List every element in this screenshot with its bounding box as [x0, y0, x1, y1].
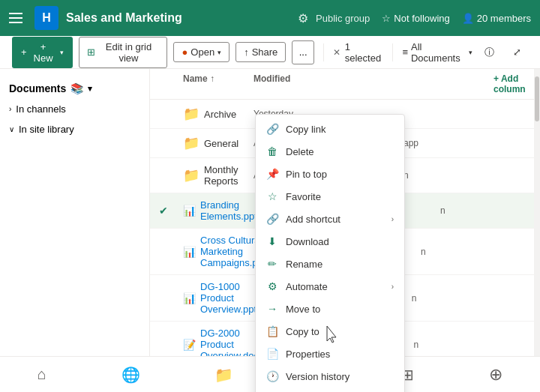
follow-label: Not following — [394, 13, 449, 24]
star-icon: ☆ — [382, 13, 391, 24]
menu-item-move-to[interactable]: → Move to — [256, 298, 404, 320]
pptx-icon: 📊 — [183, 292, 196, 304]
all-documents-dropdown[interactable]: ≡ All Documents ▾ — [402, 41, 472, 64]
settings-icon[interactable]: ⚙ — [298, 11, 308, 25]
content-area: Documents 📚 ▾ › In channels ∨ In site li… — [0, 69, 540, 392]
share-icon: ↑ — [244, 46, 249, 58]
star-icon: ☆ — [266, 190, 278, 202]
menu-item-label: Delete — [286, 146, 314, 157]
expand-button[interactable]: ⤢ — [506, 40, 528, 64]
menu-item-version-history[interactable]: 🕐 Version history — [256, 365, 404, 388]
menu-item-alert-me[interactable]: 🔔 Alert me — [256, 388, 404, 392]
follow-button[interactable]: ☆ Not following — [382, 13, 449, 24]
scroll-thumb[interactable] — [535, 76, 539, 121]
menu-item-label: Automate — [286, 281, 328, 292]
edit-grid-button[interactable]: ⊞ Edit in grid view — [79, 37, 168, 68]
plus-circle-icon: ⊕ — [489, 365, 502, 385]
row-checkbox[interactable]: ✔ — [159, 205, 183, 217]
open-button[interactable]: ● Open ▾ — [173, 42, 230, 62]
more-button[interactable]: ... — [292, 40, 314, 64]
files-icon: 📁 — [214, 366, 233, 384]
rename-icon: ✏ — [266, 258, 278, 270]
copy-icon: 📋 — [266, 325, 278, 337]
history-icon: 🕐 — [266, 370, 278, 382]
in-channels-label: In channels — [16, 103, 66, 115]
hamburger-menu-icon[interactable] — [9, 9, 27, 27]
link-icon: 🔗 — [266, 123, 278, 135]
menu-item-add-shortcut[interactable]: 🔗 Add shortcut › — [256, 208, 404, 230]
folder-icon: 📁 — [183, 167, 200, 184]
nav-files[interactable]: 📁 — [206, 363, 242, 387]
toolbar-separator — [323, 43, 324, 61]
open-icon: ● — [182, 46, 188, 58]
menu-item-rename[interactable]: ✏ Rename — [256, 253, 404, 275]
automate-icon: ⚙ — [266, 280, 278, 292]
menu-item-label: Add shortcut — [286, 214, 340, 225]
nav-globe[interactable]: 🌐 — [112, 363, 149, 387]
scrollbar[interactable] — [534, 69, 540, 392]
modifier-column-header — [404, 73, 494, 94]
add-column-button[interactable]: + Add column — [494, 73, 531, 94]
file-name-text[interactable]: Archive — [204, 109, 236, 120]
menu-item-automate[interactable]: ⚙ Automate › — [256, 275, 404, 298]
plus-icon: + — [21, 46, 27, 58]
menu-item-favorite[interactable]: ☆ Favorite — [256, 185, 404, 208]
app-logo: H — [34, 6, 58, 30]
in-site-library-label: In site library — [19, 124, 74, 135]
sidebar-title: Documents 📚 ▾ — [0, 78, 149, 99]
file-modifier: n — [440, 205, 530, 216]
new-button[interactable]: + + New ▾ — [12, 37, 73, 68]
shortcut-icon: 🔗 — [266, 213, 278, 225]
file-name-text[interactable]: DG-1000 Product Overview.pptx — [200, 281, 262, 315]
menu-item-label: Move to — [286, 304, 320, 315]
name-column-header[interactable]: Name ↑ — [183, 73, 254, 94]
home-icon: ⌂ — [38, 366, 46, 383]
edit-grid-label: Edit in grid view — [98, 41, 160, 64]
members-button[interactable]: 👤 20 members — [462, 13, 531, 24]
file-list-header: Name ↑ Modified + Add column — [150, 69, 540, 100]
file-name-text[interactable]: General — [204, 138, 238, 149]
sidebar-item-in-site-library[interactable]: ∨ In site library — [0, 119, 149, 139]
sidebar-item-in-channels[interactable]: › In channels — [0, 99, 149, 119]
menu-item-delete[interactable]: 🗑 Delete — [256, 140, 404, 163]
file-name-cell: 📊 DG-1000 Product Overview.pptx — [183, 281, 262, 315]
pin-icon: 📌 — [266, 168, 278, 180]
toolbar-separator-2 — [392, 43, 393, 61]
file-name-cell: 📁 Archive — [183, 106, 254, 122]
header-right: Public group ☆ Not following 👤 20 member… — [316, 13, 531, 24]
chevron-right-icon: › — [9, 105, 11, 113]
menu-item-label: Copy to — [286, 326, 320, 337]
delete-icon: 🗑 — [266, 145, 278, 157]
pptx-icon: 📊 — [183, 205, 196, 217]
menu-item-label: Download — [286, 236, 329, 247]
deselect-icon[interactable]: ✕ — [333, 47, 340, 58]
chevron-down-icon: ∨ — [9, 125, 14, 133]
modified-column-header[interactable]: Modified — [254, 73, 404, 94]
file-name-text[interactable]: Branding Elements.pptx — [200, 199, 262, 222]
menu-item-label: Properties — [286, 349, 330, 360]
properties-icon: 📄 — [266, 348, 278, 360]
menu-item-properties[interactable]: 📄 Properties — [256, 343, 404, 365]
menu-item-label: Favorite — [286, 191, 321, 202]
share-button[interactable]: ↑ Share — [236, 42, 286, 62]
file-modifier: n — [412, 293, 502, 304]
menu-item-copy-to[interactable]: 📋 Copy to — [256, 320, 404, 343]
menu-item-copy-link[interactable]: 🔗 Copy link — [256, 118, 404, 140]
file-name-cell: 📁 Monthly Reports — [183, 164, 254, 187]
info-icon: ⓘ — [484, 46, 494, 59]
file-name-text[interactable]: Monthly Reports — [204, 164, 254, 187]
info-button[interactable]: ⓘ — [478, 40, 500, 64]
file-modifier: n — [421, 247, 511, 257]
nav-home[interactable]: ⌂ — [28, 363, 56, 386]
expand-icon: ⤢ — [513, 46, 521, 58]
menu-item-download[interactable]: ⬇ Download — [256, 230, 404, 253]
selected-checkmark-icon: ✔ — [159, 205, 168, 217]
dots-icon: ... — [299, 46, 308, 58]
members-label: 20 members — [477, 13, 531, 24]
menu-item-label: Pin to top — [286, 169, 327, 180]
nav-plus[interactable]: ⊕ — [480, 362, 512, 388]
context-menu: 🔗 Copy link 🗑 Delete 📌 Pin to top ☆ Favo… — [255, 114, 405, 392]
file-name-cell: 📁 General — [183, 135, 254, 151]
menu-item-pin-to-top[interactable]: 📌 Pin to top — [256, 163, 404, 185]
selected-count: 1 selected — [345, 41, 384, 64]
